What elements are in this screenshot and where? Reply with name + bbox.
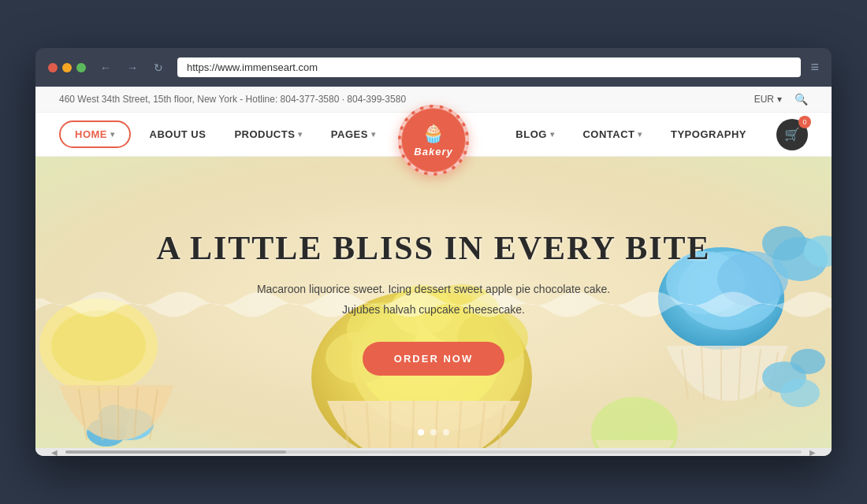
address-info: 460 West 34th Street, 15th floor, New Yo… [59,94,406,105]
nav-item-about[interactable]: ABOUT US [136,113,221,156]
currency-label: EUR [754,94,774,105]
browser-titlebar: ← → ↻ ≡ [35,48,832,87]
nav-item-home[interactable]: HOME ▾ [59,120,131,148]
contact-label: CONTACT [582,128,634,140]
currency-chevron-icon: ▾ [777,94,782,105]
back-button[interactable]: ← [95,60,116,76]
nav-item-contact[interactable]: CONTACT ▾ [568,113,657,156]
scroll-left-arrow[interactable]: ◀ [51,448,58,457]
close-button[interactable] [48,63,58,72]
typography-label: TYPOGRAPHY [671,128,746,140]
cart-badge: 0 [798,116,811,128]
slider-dot-2[interactable] [430,429,437,435]
scroll-right-arrow[interactable]: ▶ [809,448,816,457]
scroll-track[interactable] [65,450,802,454]
hero-subtitle-line2: Jujubes halvah cupcake cheesecake. [342,303,525,316]
hero-subtitle-line1: Macaroon liquorice sweet. Icing dessert … [257,283,610,295]
cart-count: 0 [802,118,806,126]
logo-badge: 🧁 Bakery [398,105,469,176]
slider-dots [418,429,449,435]
search-icon[interactable]: 🔍 [794,93,808,106]
window-controls [48,63,86,72]
forward-button[interactable]: → [122,60,143,76]
hero-title: A LITTLE BLISS IN EVERY BITE [156,229,710,267]
products-chevron-icon: ▾ [298,130,303,139]
order-now-button[interactable]: ORDER NOW [363,342,504,376]
contact-chevron-icon: ▾ [638,130,642,139]
browser-window: ← → ↻ ≡ 460 West 34th Street, 15th floor… [35,48,832,456]
nav-item-blog[interactable]: BLOG ▾ [501,113,568,156]
top-bar-right: EUR ▾ 🔍 [754,93,808,106]
blog-label: BLOG [515,128,547,140]
website-content: 460 West 34th Street, 15th floor, New Yo… [35,87,832,456]
cart-icon: 🛒 [784,127,800,142]
navbar: HOME ▾ ABOUT US PRODUCTS ▾ PAGES ▾ � [35,113,832,157]
logo[interactable]: 🧁 Bakery [398,105,469,176]
pages-chevron-icon: ▾ [371,130,376,139]
currency-selector[interactable]: EUR ▾ [754,94,782,105]
pages-label: PAGES [331,128,368,140]
hero-section: A LITTLE BLISS IN EVERY BITE Macaroon li… [35,157,832,448]
about-label: ABOUT US [150,128,207,140]
maximize-button[interactable] [76,63,86,72]
reload-button[interactable]: ↻ [149,60,168,76]
scroll-thumb[interactable] [65,450,286,454]
blog-chevron-icon: ▾ [550,130,555,139]
slider-dot-3[interactable] [443,429,449,435]
home-chevron-icon: ▾ [110,130,115,139]
nav-item-products[interactable]: PRODUCTS ▾ [220,113,316,156]
home-label: HOME [75,128,107,140]
nav-item-typography[interactable]: TYPOGRAPHY [657,113,761,156]
browser-nav-controls: ← → ↻ [95,60,168,76]
nav-right: BLOG ▾ CONTACT ▾ TYPOGRAPHY 🛒 0 [501,113,808,156]
hero-subtitle: Macaroon liquorice sweet. Icing dessert … [257,280,610,319]
nav-left: HOME ▾ ABOUT US PRODUCTS ▾ PAGES ▾ [59,113,389,156]
products-label: PRODUCTS [234,128,295,140]
cupcake-icon: 🧁 [422,124,445,144]
nav-item-pages[interactable]: PAGES ▾ [317,113,390,156]
cart-button[interactable]: 🛒 0 [776,119,808,150]
minimize-button[interactable] [62,63,72,72]
logo-text: Bakery [414,146,452,158]
browser-menu-icon[interactable]: ≡ [810,59,819,76]
hero-content: A LITTLE BLISS IN EVERY BITE Macaroon li… [35,157,832,448]
slider-dot-1[interactable] [418,429,424,435]
scrollbar: ◀ ▶ [35,448,832,456]
address-bar[interactable] [177,57,801,77]
